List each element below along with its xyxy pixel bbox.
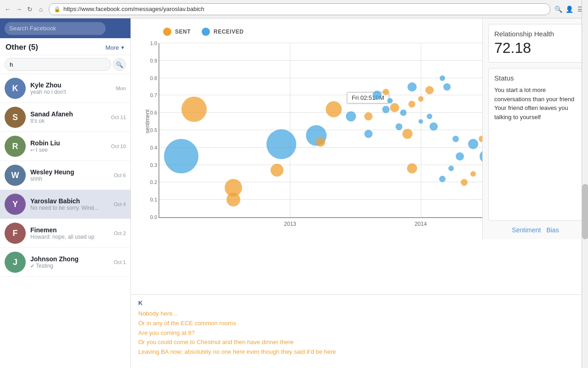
- bubble-sent: [181, 97, 207, 122]
- bubble-received: [396, 123, 402, 130]
- right-panel: Relationship Health 72.18 Status You sta…: [482, 18, 588, 239]
- user-icon[interactable]: 👤: [565, 5, 573, 13]
- list-item[interactable]: S Sanad Afaneh It's ok Oct 11: [0, 103, 130, 132]
- bubble-sent: [407, 163, 417, 173]
- bubble-received: [164, 139, 198, 173]
- message-line: Leaving BA now; absolutely no one here e…: [138, 347, 588, 357]
- main-content: SENT RECEIVED sentiment 1.0 0.9: [131, 18, 588, 368]
- avatar: K: [5, 78, 26, 99]
- y-tick: 0.0: [150, 214, 159, 220]
- contact-name: Sanad Afaneh: [30, 110, 107, 118]
- conversation-info: Finemen Howard: nope, all used up: [30, 226, 109, 240]
- conversation-info: Sanad Afaneh It's ok: [30, 110, 107, 124]
- list-item[interactable]: W Wesley Heung shhh Oct 6: [0, 161, 130, 190]
- bubble-received: [448, 166, 454, 171]
- message-line: Nobody here...: [138, 309, 588, 319]
- refresh-icon[interactable]: ↻: [26, 5, 34, 13]
- search-button[interactable]: 🔍: [113, 58, 126, 71]
- bubble-sent: [271, 164, 283, 177]
- health-box: Relationship Health 72.18: [488, 24, 582, 63]
- avatar: R: [5, 136, 26, 157]
- forward-icon[interactable]: →: [15, 5, 23, 13]
- contact-name: Robin Liu: [30, 139, 107, 147]
- bubble-sent: [226, 193, 240, 207]
- search-facebook-input[interactable]: [5, 22, 106, 35]
- message-preview: No need to be sorry. Wind...: [30, 205, 109, 211]
- contact-name: Finemen: [30, 226, 109, 234]
- received-label: RECEIVED: [214, 29, 243, 35]
- bubble-received: [400, 109, 407, 116]
- conversation-date: Mon: [116, 86, 126, 91]
- scrollbar[interactable]: [582, 0, 588, 368]
- received-dot: [202, 28, 210, 36]
- chevron-down-icon: ▼: [120, 45, 125, 50]
- list-item[interactable]: J Johnson Zhong ✓ Testing Oct 1: [0, 248, 130, 277]
- x-tick: 2014: [414, 221, 427, 227]
- message-line: Or you could come to Chestnut and then h…: [138, 338, 588, 347]
- bubble-sent: [418, 96, 424, 102]
- conversation-search-input[interactable]: [5, 58, 111, 71]
- avatar: Y: [5, 194, 26, 215]
- browser-right-icons: 🔍 👤 ☰: [554, 5, 584, 13]
- main-layout: Other (5) More ▼ 🔍 K Kyle Zhou yeah no i…: [0, 18, 588, 368]
- y-tick: 0.9: [150, 58, 159, 63]
- bubble-sent: [383, 89, 389, 95]
- status-box: Status You start a lot more conversation…: [488, 68, 582, 221]
- bubble-received: [443, 83, 451, 91]
- y-tick: 0.7: [150, 92, 159, 98]
- conversation-info: Johnson Zhong ✓ Testing: [30, 255, 109, 269]
- scrollbar-thumb[interactable]: [582, 184, 588, 239]
- bias-link[interactable]: Bias: [546, 226, 559, 234]
- bubble-received: [439, 176, 446, 182]
- y-tick: 0.6: [150, 110, 159, 115]
- contact-name: Kyle Zhou: [30, 81, 112, 89]
- grid-line: [421, 43, 421, 217]
- message-sender: K: [138, 299, 588, 306]
- message-preview: Howard: nope, all used up: [30, 234, 109, 240]
- bubble-sent: [470, 171, 476, 177]
- health-title: Relationship Health: [494, 30, 577, 38]
- bubble-sent: [364, 112, 373, 121]
- bubble-sent: [402, 129, 413, 139]
- bubble-received: [452, 136, 459, 142]
- y-tick: 0.4: [150, 145, 159, 150]
- browser-chrome: ← → ↻ ⌂ 🔒 https://www.facebook.com/messa…: [0, 0, 588, 18]
- more-label: More: [105, 44, 119, 51]
- y-tick: 1.0: [150, 40, 159, 46]
- conversation-info: Kyle Zhou yeah no i don't: [30, 81, 112, 95]
- conversation-info: Wesley Heung shhh: [30, 168, 109, 182]
- status-title: Status: [494, 74, 577, 82]
- more-button[interactable]: More ▼: [105, 44, 125, 51]
- contact-name: Johnson Zhong: [30, 255, 109, 263]
- back-icon[interactable]: ←: [4, 5, 12, 13]
- home-icon[interactable]: ⌂: [37, 5, 45, 13]
- list-item[interactable]: R Robin Liu ↩ I see Oct 10: [0, 132, 130, 161]
- list-item[interactable]: Y Yaroslav Babich No need to be sorry. W…: [0, 190, 130, 219]
- bubble-received: [266, 129, 296, 159]
- bubble-received: [456, 152, 464, 161]
- bubble-received: [468, 139, 478, 149]
- sentiment-link[interactable]: Sentiment: [512, 226, 541, 234]
- y-tick: 0.5: [150, 127, 159, 133]
- search-icon[interactable]: 🔍: [554, 5, 562, 13]
- grid-line: [290, 43, 290, 217]
- conversation-date: Oct 10: [111, 144, 126, 149]
- list-item[interactable]: F Finemen Howard: nope, all used up Oct …: [0, 219, 130, 248]
- conversation-info: Yaroslav Babich No need to be sorry. Win…: [30, 197, 109, 211]
- message-preview: shhh: [30, 176, 109, 182]
- bubble-sent: [326, 101, 342, 117]
- conversation-date: Oct 11: [111, 115, 126, 120]
- list-item[interactable]: K Kyle Zhou yeah no i don't Mon: [0, 74, 130, 103]
- message-preview: ↩ I see: [30, 147, 107, 153]
- sent-legend: SENT: [163, 28, 191, 36]
- message-line: Or in any of the ECE common rooms: [138, 319, 588, 328]
- address-bar[interactable]: 🔒 https://www.facebook.com/messages/yaro…: [49, 3, 550, 15]
- conversation-date: Oct 6: [114, 172, 126, 178]
- other-label: Other (5): [6, 43, 38, 52]
- y-tick: 0.2: [150, 179, 159, 185]
- url-text: https://www.facebook.com/messages/yarosl…: [63, 6, 204, 12]
- bubble-received: [427, 114, 432, 119]
- avatar: W: [5, 165, 26, 186]
- y-tick: 0.3: [150, 162, 159, 168]
- conversation-list: K Kyle Zhou yeah no i don't Mon S Sanad …: [0, 74, 130, 368]
